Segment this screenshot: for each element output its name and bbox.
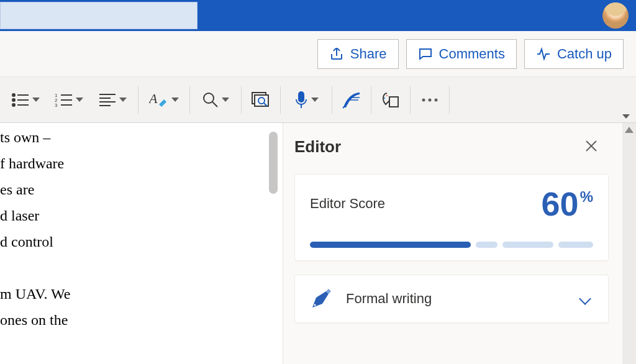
ellipsis-icon: [420, 97, 439, 103]
close-icon: [585, 140, 597, 152]
chevron-down-icon: [32, 98, 40, 102]
document-scrollbar[interactable]: [269, 132, 278, 194]
svg-point-17: [204, 93, 214, 103]
align-icon: [98, 92, 117, 108]
chevron-down-icon: [119, 98, 127, 102]
share-label: Share: [350, 46, 387, 62]
pen-icon: [310, 288, 332, 310]
command-row: Share Comments Catch up: [0, 31, 636, 77]
svg-line-18: [212, 102, 217, 107]
catch-up-label: Catch up: [557, 46, 612, 62]
editor-pane-title: Editor: [294, 137, 341, 157]
svg-text:A: A: [149, 91, 158, 106]
score-segment-empty: [558, 242, 593, 248]
separator: [449, 86, 450, 114]
chevron-down-icon: [222, 98, 229, 102]
writing-style-label: Formal writing: [346, 291, 567, 307]
close-editor-button[interactable]: [581, 133, 601, 160]
designer-button[interactable]: [376, 84, 405, 116]
styles-button[interactable]: A: [143, 84, 184, 116]
share-icon: [329, 47, 344, 61]
quill-icon: [341, 90, 362, 110]
svg-point-32: [429, 98, 432, 101]
chevron-down-icon: [311, 98, 319, 102]
svg-point-0: [12, 94, 15, 96]
editor-score-bar: [310, 242, 593, 248]
svg-point-36: [314, 304, 316, 306]
chevron-down-icon: [622, 114, 630, 119]
svg-point-29: [384, 98, 385, 99]
editor-button[interactable]: [337, 84, 366, 116]
microphone-icon: [294, 91, 309, 109]
writing-style-card[interactable]: Formal writing: [294, 275, 609, 323]
reading-view-button[interactable]: [247, 84, 275, 116]
svg-point-4: [12, 104, 15, 106]
collapse-ribbon-button[interactable]: [621, 110, 630, 121]
comment-icon: [418, 47, 433, 61]
content-area: ts own – f hardware es are d laser d con…: [0, 123, 636, 364]
catch-up-button[interactable]: Catch up: [524, 39, 624, 69]
more-button[interactable]: [416, 84, 444, 116]
svg-text:3: 3: [55, 102, 58, 108]
chevron-down-icon: [76, 98, 83, 102]
user-avatar[interactable]: [602, 2, 629, 29]
bullets-icon: [11, 92, 30, 108]
find-button[interactable]: [195, 84, 236, 116]
dictate-button[interactable]: [286, 84, 327, 116]
numbered-list-button[interactable]: 1 2 3: [48, 84, 89, 116]
document-title-input[interactable]: [0, 2, 198, 29]
reading-view-icon: [251, 91, 271, 109]
search-icon: [202, 91, 219, 109]
designer-icon: [381, 91, 401, 109]
pane-scrollbar[interactable]: [622, 123, 636, 364]
editor-score-value: 60%: [542, 187, 593, 221]
chevron-down-icon: [579, 293, 591, 305]
editor-score-card[interactable]: Editor Score 60%: [294, 174, 609, 261]
score-segment-empty: [502, 242, 553, 248]
ribbon: 1 2 3 A: [0, 77, 636, 123]
bullets-button[interactable]: [5, 84, 46, 116]
scroll-up-icon[interactable]: [625, 127, 634, 133]
activity-icon: [536, 47, 551, 61]
editor-score-label: Editor Score: [310, 196, 385, 212]
score-segment-empty: [476, 242, 497, 248]
title-bar: [0, 0, 636, 31]
chevron-down-icon: [171, 98, 179, 102]
document-text: ts own – f hardware es are d laser d con…: [0, 123, 283, 333]
comments-label: Comments: [439, 46, 505, 62]
comments-button[interactable]: Comments: [406, 39, 517, 69]
styles-icon: A: [149, 91, 169, 109]
align-button[interactable]: [92, 84, 133, 116]
svg-point-33: [435, 98, 438, 101]
svg-point-2: [12, 99, 15, 101]
numbered-list-icon: 1 2 3: [55, 92, 73, 108]
editor-pane: Editor Editor Score 60%: [283, 123, 622, 364]
share-button[interactable]: Share: [317, 39, 399, 69]
svg-rect-30: [389, 97, 398, 107]
document-canvas[interactable]: ts own – f hardware es are d laser d con…: [0, 123, 283, 364]
svg-point-28: [386, 95, 388, 96]
score-segment-filled: [310, 242, 471, 248]
svg-point-31: [422, 98, 425, 101]
svg-rect-23: [299, 92, 304, 102]
